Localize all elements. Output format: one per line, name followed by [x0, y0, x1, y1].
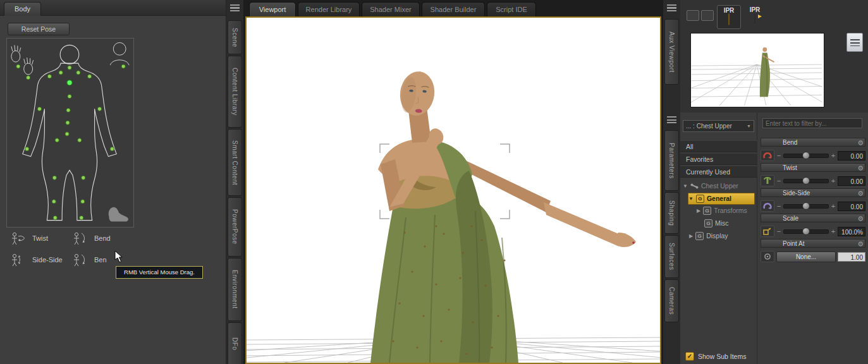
right-tab-strip: Aux Viewport Parameters Shaping Surfaces… — [663, 0, 681, 364]
tree-node-general[interactable]: ▼ G General — [688, 193, 755, 205]
group-label: Favorites — [686, 155, 713, 163]
viewport-3d-scene[interactable] — [247, 18, 660, 363]
nudge-minus-button[interactable]: − — [776, 202, 781, 210]
tab-label: Parameters — [668, 143, 675, 179]
nudge-plus-button[interactable]: + — [831, 177, 836, 185]
gear-icon[interactable]: ⚙ — [857, 214, 864, 223]
sidebar-tab-shaping[interactable]: Shaping — [664, 192, 679, 234]
collapse-arrow-icon[interactable]: ▶ — [689, 231, 693, 241]
aux-tool-icon-1[interactable] — [687, 10, 699, 21]
powerpose-body-map[interactable] — [6, 38, 134, 228]
nudge-plus-button[interactable]: + — [831, 202, 836, 210]
body-map-figure[interactable] — [7, 39, 132, 226]
sidebar-tab-parameters[interactable]: Parameters — [664, 130, 679, 191]
pose-control-bend-2[interactable]: Ben — [71, 253, 107, 267]
pose-control-side-side[interactable]: Side-Side — [9, 253, 63, 267]
slider-group-bend: Bend ⚙ − + 0.00 — [761, 138, 865, 162]
head-icon — [110, 42, 129, 65]
gear-icon[interactable]: ⚙ — [857, 240, 864, 248]
reset-pose-button[interactable]: Reset Pose — [8, 23, 70, 35]
slider-track[interactable] — [783, 204, 829, 209]
slider-handle[interactable] — [802, 152, 810, 159]
param-group-favorites[interactable]: Favorites — [680, 153, 757, 165]
slider-handle[interactable] — [802, 228, 810, 235]
slider-label: Point At — [783, 240, 804, 247]
show-sub-items-checkbox-row[interactable]: ✓ Show Sub Items — [685, 352, 746, 361]
tab-shader-mixer[interactable]: Shader Mixer — [362, 2, 420, 16]
sidebar-tab-aux-viewport[interactable]: Aux Viewport — [664, 19, 679, 85]
sidebar-tab-smart-content[interactable]: Smart Content — [228, 129, 242, 196]
filter-input[interactable] — [762, 118, 862, 128]
node-selector-dropdown[interactable]: ... : Chest Upper ▼ — [683, 120, 754, 132]
slider-track[interactable] — [783, 154, 829, 158]
aux-pane-menu-button[interactable] — [847, 33, 863, 52]
tab-script-ide[interactable]: Script IDE — [487, 2, 536, 16]
tab-shader-builder[interactable]: Shader Builder — [422, 2, 485, 16]
param-group-currently-used[interactable]: Currently Used — [680, 166, 757, 178]
tree-label: Misc — [715, 218, 729, 229]
aux-tool-icon-2[interactable] — [701, 10, 714, 21]
pane-menu-icon[interactable] — [667, 4, 676, 11]
tab-label: Shader Builder — [431, 6, 477, 13]
sidebar-tab-environment[interactable]: Environment — [228, 258, 242, 321]
slider-value[interactable]: 0.00 — [838, 202, 865, 211]
slider-value[interactable]: 100.0% — [838, 227, 865, 236]
tab-viewport[interactable]: Viewport — [249, 2, 296, 16]
slider-handle[interactable] — [802, 177, 810, 185]
sidebar-tab-surfaces[interactable]: Surfaces — [664, 235, 679, 278]
slider-track[interactable] — [783, 229, 829, 234]
pane-menu-icon[interactable] — [667, 116, 676, 123]
slider-handle[interactable] — [802, 202, 810, 210]
collapse-arrow-icon[interactable]: ▶ — [697, 205, 700, 216]
expand-arrow-icon[interactable]: ▼ — [683, 181, 688, 191]
tab-label: Content Library — [231, 68, 238, 116]
point-at-param-icon — [761, 251, 774, 262]
hand-icon-right — [24, 58, 34, 75]
menu-icon — [850, 39, 860, 46]
tree-node-misc[interactable]: G Misc — [704, 218, 729, 229]
nudge-plus-button[interactable]: + — [831, 228, 836, 235]
ipr-render-button[interactable]: IPR — [743, 5, 766, 28]
tab-render-library[interactable]: Render Library — [298, 2, 360, 16]
sidebar-tab-scene[interactable]: Scene — [228, 20, 242, 54]
viewport-3d[interactable] — [245, 16, 661, 364]
tree-label: Transforms — [714, 205, 747, 216]
slider-track[interactable] — [783, 179, 829, 183]
aux-preview-scene — [691, 33, 822, 106]
gear-icon[interactable]: ⚙ — [857, 189, 864, 198]
tab-label: Viewport — [259, 6, 286, 13]
nudge-minus-button[interactable]: − — [776, 177, 781, 185]
sidebar-tab-dforce[interactable]: DFo — [228, 322, 242, 364]
tab-label: Smart Content — [231, 140, 238, 185]
bone-icon — [690, 183, 699, 189]
gear-icon[interactable]: ⚙ — [857, 164, 864, 173]
nudge-minus-button[interactable]: − — [776, 152, 781, 159]
point-at-value[interactable]: 1.00 — [838, 252, 865, 262]
group-label: Currently Used — [686, 168, 730, 176]
param-group-all[interactable]: All — [680, 140, 757, 152]
pose-control-bend[interactable]: Bend — [71, 231, 111, 245]
checkbox-checked-icon[interactable]: ✓ — [685, 352, 694, 361]
sidebar-tab-cameras[interactable]: Cameras — [664, 279, 679, 322]
slider-value[interactable]: 0.00 — [838, 176, 865, 186]
nudge-plus-button[interactable]: + — [831, 152, 836, 159]
tab-body[interactable]: Body — [4, 2, 41, 16]
tree-node-display[interactable]: ▶ G Display — [689, 231, 728, 241]
aux-viewport-preview[interactable] — [690, 33, 824, 107]
sidebar-tab-content-library[interactable]: Content Library — [228, 56, 242, 128]
nudge-minus-button[interactable]: − — [776, 228, 781, 235]
slider-value[interactable]: 0.00 — [838, 151, 865, 161]
tree-node-chest-upper[interactable]: ▼ Chest Upper — [683, 181, 738, 191]
point-at-none-button[interactable]: None... — [776, 252, 836, 262]
ipr-toggle-button[interactable]: IPR — [717, 5, 741, 29]
gear-icon[interactable]: ⚙ — [857, 138, 864, 147]
slider-label: Twist — [783, 164, 797, 171]
pose-control-twist[interactable]: Twist — [9, 231, 48, 245]
sidebar-tab-powerpose[interactable]: PowerPose — [228, 197, 242, 257]
tree-node-transforms[interactable]: ▶ G Transforms — [697, 205, 747, 216]
pose-control-label: Twist — [32, 234, 48, 242]
daz-studio-window: Body Reset Pose — [0, 0, 868, 364]
expand-arrow-icon[interactable]: ▼ — [688, 193, 694, 204]
left-tab-strip: Scene Content Library Smart Content Powe… — [226, 0, 244, 364]
pane-menu-icon[interactable] — [230, 4, 240, 11]
